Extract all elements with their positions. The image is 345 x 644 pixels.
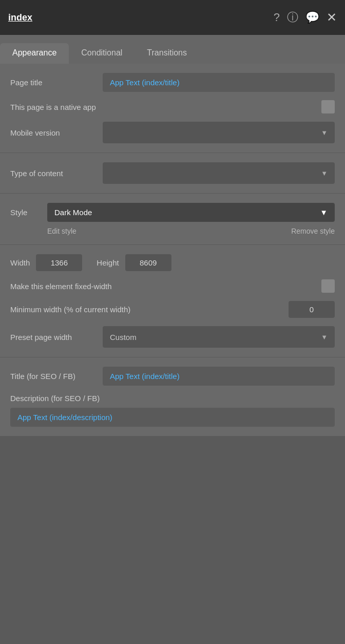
- seo-section: Title (for SEO / FB) App Text (index/tit…: [0, 357, 345, 437]
- content-type-chevron-icon: ▼: [321, 169, 328, 177]
- page-title-label: Page title: [10, 78, 103, 87]
- preset-width-value: Custom: [110, 333, 137, 342]
- content-type-section: Type of content ▼: [0, 153, 345, 194]
- width-height-row: Width Height: [10, 254, 335, 271]
- width-input[interactable]: [36, 254, 82, 271]
- seo-desc-field[interactable]: App Text (index/description): [10, 408, 335, 427]
- preset-width-row: Preset page width Custom ▼: [10, 326, 335, 348]
- style-chevron-icon: ▼: [320, 208, 328, 217]
- fixed-width-row: Make this element fixed-width: [10, 279, 335, 293]
- min-width-label: Minimum width (% of current width): [10, 305, 289, 314]
- header: index ?︎ ⓘ 💬 ✕: [0, 0, 345, 35]
- dimensions-section: Width Height Make this element fixed-wid…: [0, 245, 345, 357]
- style-row: Style Dark Mode ▼: [10, 203, 335, 222]
- fixed-width-checkbox[interactable]: [321, 279, 335, 293]
- style-label: Style: [10, 208, 41, 217]
- tab-conditional[interactable]: Conditional: [69, 43, 135, 64]
- tab-transitions[interactable]: Transitions: [135, 43, 199, 64]
- page-settings-section: Page title App Text (index/title) This p…: [0, 64, 345, 153]
- close-icon[interactable]: ✕: [327, 10, 337, 25]
- min-width-row: Minimum width (% of current width): [10, 301, 335, 318]
- content-type-row: Type of content ▼: [10, 162, 335, 184]
- tabs-bar: Appearance Conditional Transitions: [0, 35, 345, 64]
- style-value: Dark Mode: [54, 208, 92, 217]
- chat-icon[interactable]: 💬: [305, 11, 319, 24]
- preset-width-select[interactable]: Custom ▼: [103, 326, 335, 348]
- style-select[interactable]: Dark Mode ▼: [47, 203, 335, 222]
- mobile-version-row: Mobile version ▼: [10, 122, 335, 143]
- native-app-label: This page is a native app: [10, 103, 321, 111]
- seo-title-row: Title (for SEO / FB) App Text (index/tit…: [10, 367, 335, 386]
- min-width-input[interactable]: [289, 301, 335, 318]
- native-app-checkbox[interactable]: [321, 100, 335, 113]
- seo-desc-label: Description (for SEO / FB): [10, 394, 335, 403]
- native-app-row: This page is a native app: [10, 100, 335, 113]
- mobile-version-select[interactable]: ▼: [103, 122, 335, 143]
- header-icons: ?︎ ⓘ 💬 ✕: [274, 10, 337, 25]
- height-label: Height: [97, 258, 119, 267]
- fixed-width-label: Make this element fixed-width: [10, 282, 321, 291]
- page-title[interactable]: index: [8, 12, 32, 23]
- width-label: Width: [10, 258, 30, 267]
- style-section: Style Dark Mode ▼ Edit style Remove styl…: [0, 194, 345, 245]
- seo-title-label: Title (for SEO / FB): [10, 372, 103, 381]
- content-area: Page title App Text (index/title) This p…: [0, 64, 345, 437]
- height-input[interactable]: [125, 254, 171, 271]
- content-type-label: Type of content: [10, 169, 103, 178]
- preset-width-label: Preset page width: [10, 333, 103, 342]
- page-title-row: Page title App Text (index/title): [10, 73, 335, 92]
- remove-style-link[interactable]: Remove style: [291, 227, 335, 235]
- seo-title-field[interactable]: App Text (index/title): [103, 367, 335, 386]
- help-icon[interactable]: ?︎: [274, 11, 280, 24]
- mobile-version-label: Mobile version: [10, 128, 103, 137]
- page-title-field[interactable]: App Text (index/title): [103, 73, 335, 92]
- info-icon[interactable]: ⓘ: [287, 10, 298, 25]
- content-type-select[interactable]: ▼: [103, 162, 335, 184]
- edit-style-link[interactable]: Edit style: [47, 227, 76, 235]
- mobile-version-chevron-icon: ▼: [321, 129, 328, 137]
- tab-appearance[interactable]: Appearance: [0, 43, 69, 64]
- preset-width-chevron-icon: ▼: [321, 333, 328, 341]
- style-links: Edit style Remove style: [47, 227, 335, 235]
